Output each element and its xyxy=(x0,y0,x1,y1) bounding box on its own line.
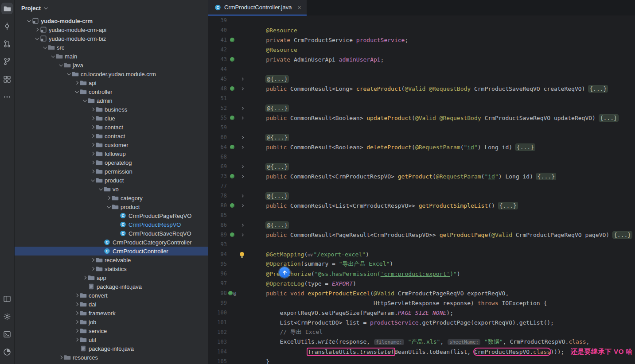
chevron-right-icon[interactable] xyxy=(90,161,94,164)
fold-chevron-icon[interactable] xyxy=(240,194,243,197)
tree-item-vo[interactable]: vo xyxy=(15,185,208,194)
chevron-down-icon[interactable] xyxy=(44,6,48,9)
fold-chevron-icon[interactable] xyxy=(240,145,243,148)
vcs-branch-icon[interactable] xyxy=(1,56,13,67)
chevron-down-icon[interactable] xyxy=(107,205,110,208)
tree-item-yudao-module-crm-biz[interactable]: yudao-module-crm-biz xyxy=(15,34,208,43)
code-line-77[interactable]: 77 xyxy=(208,181,635,191)
chevron-right-icon[interactable] xyxy=(90,170,94,173)
code-line-103[interactable]: 103 ExcelUtils.write(response, filename:… xyxy=(208,337,635,347)
code-line-55[interactable]: 55 public CommonResult<Boolean> updatePr… xyxy=(208,113,635,123)
spring-bean-icon[interactable] xyxy=(230,38,234,42)
tree-item-admin[interactable]: admin xyxy=(15,96,208,105)
fold-chevron-icon[interactable] xyxy=(240,174,243,178)
code-line-42[interactable]: 42 @Resource xyxy=(208,45,635,54)
editor[interactable]: 3940 @Resource41 private CrmProductServi… xyxy=(208,15,635,364)
code-line-39[interactable]: 39 xyxy=(208,15,635,25)
pull-requests-icon[interactable] xyxy=(1,38,13,50)
tree-item-category[interactable]: category xyxy=(15,194,208,202)
code-line-94[interactable]: 94 @GetMapping(⊕∨"/export-excel") xyxy=(208,249,635,259)
chevron-right-icon[interactable] xyxy=(35,28,38,31)
tree-item-main[interactable]: main xyxy=(15,52,208,61)
folded-code[interactable]: {...} xyxy=(613,232,632,238)
spring-bean-icon[interactable] xyxy=(230,174,234,178)
fold-chevron-icon[interactable] xyxy=(240,165,243,168)
tree-item-receivable[interactable]: receivable xyxy=(15,256,208,264)
code-line-105[interactable]: 105 } xyxy=(208,356,635,364)
code-line-64[interactable]: 64 public CommonResult<Boolean> deletePr… xyxy=(208,142,635,152)
commit-icon[interactable] xyxy=(1,20,13,32)
chevron-right-icon[interactable] xyxy=(74,329,78,333)
layout-icon[interactable] xyxy=(1,293,13,305)
code-line-48[interactable]: 48 public CommonResult<Long> createProdu… xyxy=(208,84,635,93)
tree-item-dal[interactable]: dal xyxy=(15,300,208,309)
folded-code[interactable]: @{...} xyxy=(266,105,288,112)
tree-item-resources[interactable]: resources xyxy=(15,353,208,362)
tree-item-controller[interactable]: controller xyxy=(15,87,208,96)
spring-bean-icon[interactable] xyxy=(230,116,234,120)
tree-item-src[interactable]: src xyxy=(15,43,208,52)
folded-code[interactable]: {...} xyxy=(588,85,608,92)
code-line-44[interactable]: 44 xyxy=(208,64,635,74)
chevron-down-icon[interactable] xyxy=(27,19,31,22)
tree-item-operatelog[interactable]: operatelog xyxy=(15,158,208,167)
code-link[interactable]: id xyxy=(467,144,474,151)
code-line-80[interactable]: 80 public CommonResult<List<CrmProductRe… xyxy=(208,201,635,210)
code-line-59[interactable]: 59 xyxy=(208,123,635,132)
code-line-68[interactable]: 68 xyxy=(208,152,635,162)
tree-item-framework[interactable]: framework xyxy=(15,309,208,318)
fold-chevron-icon[interactable] xyxy=(240,233,243,236)
chevron-right-icon[interactable] xyxy=(90,108,94,111)
tab-crmproductcontroller-java[interactable]: C CrmProductController.java × xyxy=(208,0,307,15)
fold-chevron-icon[interactable] xyxy=(240,204,243,207)
tree-item-job[interactable]: job xyxy=(15,318,208,326)
spring-bean-icon[interactable] xyxy=(230,232,234,237)
code-line-98[interactable]: 98@ public void exportProductExcel(@Vali… xyxy=(208,288,635,298)
chevron-down-icon[interactable] xyxy=(99,187,102,190)
code-line-86[interactable]: 86 @{...} xyxy=(208,220,635,230)
chevron-right-icon[interactable] xyxy=(58,356,62,359)
code-line-52[interactable]: 52 @{...} xyxy=(208,103,635,113)
code-line-100[interactable]: 100 exportReqVO.setPageSize(PageParam.PA… xyxy=(208,308,635,318)
chevron-down-icon[interactable] xyxy=(43,45,47,49)
code-line-51[interactable]: 51 xyxy=(208,93,635,103)
chevron-right-icon[interactable] xyxy=(74,294,78,297)
spring-bean-icon[interactable] xyxy=(230,86,234,91)
code-line-85[interactable]: 85 xyxy=(208,210,635,220)
tree-item-product[interactable]: product xyxy=(15,202,208,211)
tree-item-app[interactable]: app xyxy=(15,273,208,282)
fold-chevron-icon[interactable] xyxy=(240,136,243,139)
tree-item-yudao-module-crm-api[interactable]: yudao-module-crm-api xyxy=(15,25,208,34)
tree-item-clue[interactable]: clue xyxy=(15,114,208,123)
folded-code[interactable]: {...} xyxy=(537,173,556,180)
chevron-right-icon[interactable] xyxy=(90,134,94,138)
tree-item-crmproductpagereqvo[interactable]: CCrmProductPageReqVO xyxy=(15,211,208,220)
settings-icon[interactable] xyxy=(1,311,13,322)
tree-item-service[interactable]: service xyxy=(15,326,208,335)
tree-item-util[interactable]: util xyxy=(15,335,208,344)
code-line-89[interactable]: 89 public CommonResult<PageResult<CrmPro… xyxy=(208,230,635,240)
chevron-right-icon[interactable] xyxy=(90,125,94,129)
code-link[interactable]: id xyxy=(488,173,495,180)
tree-item-contact[interactable]: contact xyxy=(15,123,208,132)
code-line-45[interactable]: 45 @{...} xyxy=(208,74,635,84)
tree-item-followup[interactable]: followup xyxy=(15,149,208,158)
chevron-down-icon[interactable] xyxy=(35,36,39,40)
tree-item-package-info-java[interactable]: package-info.java xyxy=(15,344,208,353)
code-line-97[interactable]: 97 @OperateLog(type = EXPORT) xyxy=(208,279,635,288)
chevron-down-icon[interactable] xyxy=(83,98,86,102)
translate-plugin-button[interactable] xyxy=(279,267,290,278)
folded-code[interactable]: @{...} xyxy=(266,76,288,82)
close-icon[interactable]: × xyxy=(297,4,301,11)
spring-bean-icon[interactable] xyxy=(230,203,234,208)
chevron-down-icon[interactable] xyxy=(91,178,94,182)
chevron-down-icon[interactable] xyxy=(75,89,78,93)
code-line-60[interactable]: 60 @{...} xyxy=(208,132,635,142)
code-line-93[interactable]: 93 xyxy=(208,240,635,249)
folded-code[interactable]: @{...} xyxy=(266,193,288,199)
tree-item-package-info-java[interactable]: package-info.java xyxy=(15,282,208,291)
spring-bean-icon[interactable] xyxy=(228,291,233,295)
code-line-43[interactable]: 43 private AdminUserApi adminUserApi; xyxy=(208,54,635,64)
code-line-99[interactable]: 99 HttpServletResponse response) throws … xyxy=(208,298,635,308)
fold-chevron-icon[interactable] xyxy=(240,87,243,90)
